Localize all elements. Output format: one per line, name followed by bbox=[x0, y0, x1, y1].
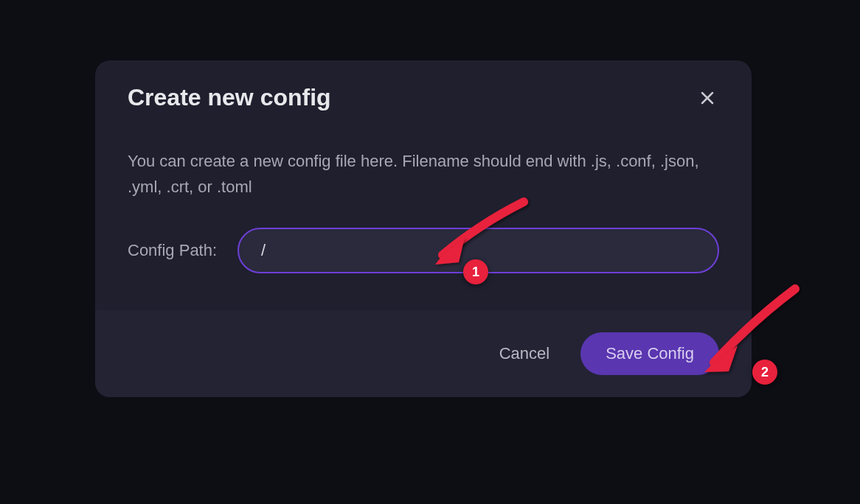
annotation-badge-2: 2 bbox=[752, 360, 777, 385]
close-icon bbox=[698, 89, 716, 107]
close-button[interactable] bbox=[696, 86, 719, 110]
save-button[interactable]: Save Config bbox=[580, 332, 719, 375]
config-path-row: Config Path: bbox=[128, 228, 719, 273]
modal-footer: Cancel Save Config bbox=[95, 310, 752, 397]
create-config-modal: Create new config You can create a new c… bbox=[95, 60, 752, 397]
modal-title: Create new config bbox=[128, 84, 331, 111]
cancel-button[interactable]: Cancel bbox=[492, 334, 557, 374]
annotation-badge-1: 1 bbox=[463, 259, 488, 284]
modal-description: You can create a new config file here. F… bbox=[128, 148, 719, 200]
modal-header: Create new config bbox=[95, 60, 752, 111]
modal-body: You can create a new config file here. F… bbox=[95, 111, 752, 310]
config-path-label: Config Path: bbox=[128, 241, 217, 260]
